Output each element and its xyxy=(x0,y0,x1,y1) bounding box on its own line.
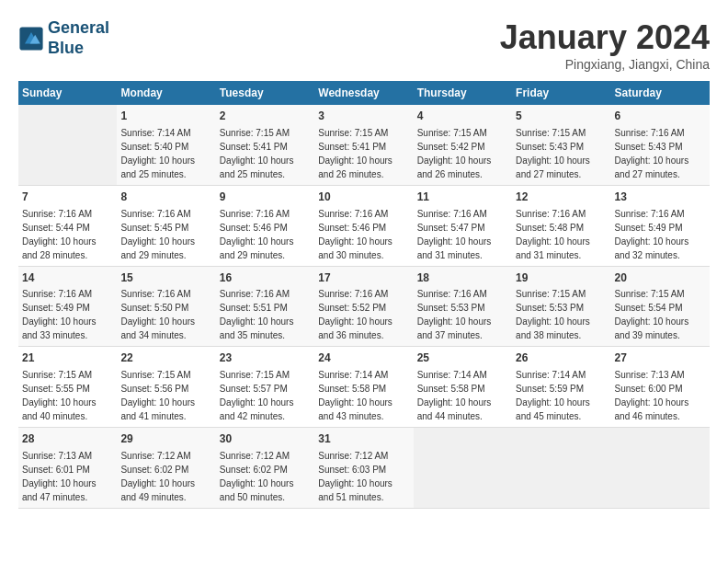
daylight-text: Daylight: 10 hours and 27 minutes. xyxy=(516,155,590,179)
day-number: 17 xyxy=(318,270,409,286)
daylight-text: Daylight: 10 hours and 35 minutes. xyxy=(220,316,294,340)
sunrise-text: Sunrise: 7:12 AM xyxy=(220,451,290,461)
day-number: 14 xyxy=(22,270,113,286)
sunrise-text: Sunrise: 7:15 AM xyxy=(220,370,290,380)
day-number: 2 xyxy=(220,109,311,124)
calendar-cell: 9 Sunrise: 7:16 AM Sunset: 5:46 PM Dayli… xyxy=(216,185,314,266)
sunrise-text: Sunrise: 7:14 AM xyxy=(516,370,586,380)
week-row-2: 7 Sunrise: 7:16 AM Sunset: 5:44 PM Dayli… xyxy=(18,185,710,266)
sunrise-text: Sunrise: 7:14 AM xyxy=(318,370,388,380)
sunrise-text: Sunrise: 7:13 AM xyxy=(615,370,685,380)
calendar-table: SundayMondayTuesdayWednesdayThursdayFrid… xyxy=(18,81,710,509)
daylight-text: Daylight: 10 hours and 37 minutes. xyxy=(417,316,492,340)
day-number: 31 xyxy=(318,431,409,447)
sunset-text: Sunset: 5:57 PM xyxy=(220,384,288,394)
day-number: 30 xyxy=(220,431,311,447)
daylight-text: Daylight: 10 hours and 27 minutes. xyxy=(615,155,689,179)
day-info: Sunrise: 7:13 AM Sunset: 6:00 PM Dayligh… xyxy=(615,368,706,423)
calendar-cell: 4 Sunrise: 7:15 AM Sunset: 5:42 PM Dayli… xyxy=(414,105,512,185)
sunset-text: Sunset: 5:54 PM xyxy=(615,303,683,313)
day-info: Sunrise: 7:15 AM Sunset: 5:53 PM Dayligh… xyxy=(516,287,607,342)
calendar-cell xyxy=(611,428,710,509)
day-info: Sunrise: 7:16 AM Sunset: 5:45 PM Dayligh… xyxy=(120,207,211,262)
calendar-cell: 10 Sunrise: 7:16 AM Sunset: 5:46 PM Dayl… xyxy=(314,185,413,266)
sunrise-text: Sunrise: 7:14 AM xyxy=(120,128,190,138)
calendar-cell: 16 Sunrise: 7:16 AM Sunset: 5:51 PM Dayl… xyxy=(216,266,314,347)
day-number: 20 xyxy=(615,270,706,286)
calendar-cell: 6 Sunrise: 7:16 AM Sunset: 5:43 PM Dayli… xyxy=(611,105,710,185)
day-info: Sunrise: 7:14 AM Sunset: 5:58 PM Dayligh… xyxy=(417,368,508,423)
day-number: 16 xyxy=(220,270,311,286)
logo-text: General Blue xyxy=(48,18,109,58)
week-row-4: 21 Sunrise: 7:15 AM Sunset: 5:55 PM Dayl… xyxy=(18,347,710,428)
daylight-text: Daylight: 10 hours and 28 minutes. xyxy=(22,236,97,260)
weekday-header-monday: Monday xyxy=(117,81,215,105)
sunset-text: Sunset: 5:45 PM xyxy=(120,223,188,233)
month-title: January 2024 xyxy=(500,18,710,57)
day-number: 25 xyxy=(417,350,508,366)
daylight-text: Daylight: 10 hours and 43 minutes. xyxy=(318,397,392,421)
day-info: Sunrise: 7:15 AM Sunset: 5:54 PM Dayligh… xyxy=(615,287,706,342)
daylight-text: Daylight: 10 hours and 29 minutes. xyxy=(120,236,195,260)
sunset-text: Sunset: 6:02 PM xyxy=(120,465,188,475)
daylight-text: Daylight: 10 hours and 44 minutes. xyxy=(417,397,492,421)
sunset-text: Sunset: 5:41 PM xyxy=(318,142,386,152)
sunrise-text: Sunrise: 7:12 AM xyxy=(120,451,190,461)
sunset-text: Sunset: 5:53 PM xyxy=(516,303,584,313)
day-number: 8 xyxy=(120,190,211,205)
sunset-text: Sunset: 5:48 PM xyxy=(516,223,584,233)
calendar-cell: 3 Sunrise: 7:15 AM Sunset: 5:41 PM Dayli… xyxy=(314,105,413,185)
calendar-cell: 21 Sunrise: 7:15 AM Sunset: 5:55 PM Dayl… xyxy=(18,347,117,428)
sunset-text: Sunset: 5:50 PM xyxy=(120,303,188,313)
location: Pingxiang, Jiangxi, China xyxy=(500,57,710,72)
day-number: 11 xyxy=(417,190,508,205)
sunrise-text: Sunrise: 7:16 AM xyxy=(120,209,190,219)
calendar-cell: 28 Sunrise: 7:13 AM Sunset: 6:01 PM Dayl… xyxy=(18,428,117,509)
sunrise-text: Sunrise: 7:16 AM xyxy=(220,289,290,299)
sunrise-text: Sunrise: 7:16 AM xyxy=(615,209,685,219)
calendar-cell: 17 Sunrise: 7:16 AM Sunset: 5:52 PM Dayl… xyxy=(314,266,413,347)
week-row-1: 1 Sunrise: 7:14 AM Sunset: 5:40 PM Dayli… xyxy=(18,105,710,185)
calendar-cell: 23 Sunrise: 7:15 AM Sunset: 5:57 PM Dayl… xyxy=(216,347,314,428)
calendar-cell: 1 Sunrise: 7:14 AM Sunset: 5:40 PM Dayli… xyxy=(117,105,215,185)
calendar-cell: 31 Sunrise: 7:12 AM Sunset: 6:03 PM Dayl… xyxy=(314,428,413,509)
day-info: Sunrise: 7:15 AM Sunset: 5:42 PM Dayligh… xyxy=(417,126,508,181)
day-number: 24 xyxy=(318,350,409,366)
day-info: Sunrise: 7:15 AM Sunset: 5:43 PM Dayligh… xyxy=(516,126,607,181)
sunset-text: Sunset: 5:53 PM xyxy=(417,303,485,313)
sunrise-text: Sunrise: 7:15 AM xyxy=(417,128,487,138)
logo: General Blue xyxy=(18,18,109,58)
day-number: 5 xyxy=(516,109,607,124)
sunset-text: Sunset: 5:52 PM xyxy=(318,303,386,313)
day-info: Sunrise: 7:16 AM Sunset: 5:46 PM Dayligh… xyxy=(318,207,409,262)
day-number: 13 xyxy=(615,190,706,205)
calendar-cell: 29 Sunrise: 7:12 AM Sunset: 6:02 PM Dayl… xyxy=(117,428,215,509)
sunset-text: Sunset: 6:01 PM xyxy=(22,465,90,475)
day-info: Sunrise: 7:12 AM Sunset: 6:02 PM Dayligh… xyxy=(120,449,211,504)
daylight-text: Daylight: 10 hours and 36 minutes. xyxy=(318,316,392,340)
sunrise-text: Sunrise: 7:14 AM xyxy=(417,370,487,380)
day-number: 12 xyxy=(516,190,607,205)
day-number: 10 xyxy=(318,190,409,205)
day-info: Sunrise: 7:13 AM Sunset: 6:01 PM Dayligh… xyxy=(22,449,113,504)
day-info: Sunrise: 7:15 AM Sunset: 5:57 PM Dayligh… xyxy=(220,368,311,423)
sunset-text: Sunset: 5:58 PM xyxy=(318,384,386,394)
sunrise-text: Sunrise: 7:16 AM xyxy=(120,289,190,299)
daylight-text: Daylight: 10 hours and 31 minutes. xyxy=(417,236,492,260)
day-number: 27 xyxy=(615,350,706,366)
day-number: 23 xyxy=(220,350,311,366)
day-number: 22 xyxy=(120,350,211,366)
day-number: 29 xyxy=(120,431,211,447)
calendar-cell: 27 Sunrise: 7:13 AM Sunset: 6:00 PM Dayl… xyxy=(611,347,710,428)
sunrise-text: Sunrise: 7:16 AM xyxy=(22,289,92,299)
weekday-header-thursday: Thursday xyxy=(414,81,512,105)
sunset-text: Sunset: 5:58 PM xyxy=(417,384,485,394)
day-number: 21 xyxy=(22,350,113,366)
day-info: Sunrise: 7:15 AM Sunset: 5:41 PM Dayligh… xyxy=(318,126,409,181)
day-info: Sunrise: 7:15 AM Sunset: 5:56 PM Dayligh… xyxy=(120,368,211,423)
day-info: Sunrise: 7:14 AM Sunset: 5:59 PM Dayligh… xyxy=(516,368,607,423)
sunset-text: Sunset: 6:03 PM xyxy=(318,465,386,475)
sunset-text: Sunset: 5:43 PM xyxy=(516,142,584,152)
calendar-cell: 26 Sunrise: 7:14 AM Sunset: 5:59 PM Dayl… xyxy=(512,347,610,428)
sunset-text: Sunset: 5:41 PM xyxy=(220,142,288,152)
